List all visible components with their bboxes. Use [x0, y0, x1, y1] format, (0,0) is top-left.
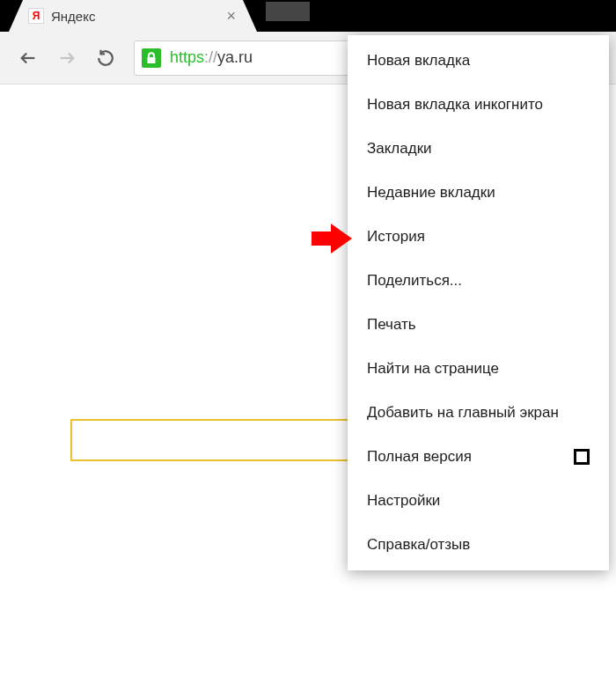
- menu-item-label: Закладки: [367, 140, 432, 158]
- menu-item-label: Новая вкладка: [367, 52, 470, 70]
- menu-item-label: Полная версия: [367, 448, 472, 466]
- menu-item-new-tab[interactable]: Новая вкладка: [348, 39, 609, 83]
- svg-rect-0: [148, 57, 156, 63]
- yandex-favicon: Я: [28, 8, 44, 24]
- menu-item-recent-tabs[interactable]: Недавние вкладки: [348, 171, 609, 215]
- menu-item-add-to-homescreen[interactable]: Добавить на главный экран: [348, 391, 609, 435]
- tab-title: Яндекс: [51, 9, 95, 24]
- url-sep: ://: [204, 48, 217, 66]
- menu-item-label: Поделиться...: [367, 272, 462, 290]
- menu-item-label: История: [367, 228, 425, 246]
- lock-icon: [142, 48, 161, 68]
- browser-tab[interactable]: Я Яндекс ×: [9, 0, 257, 32]
- annotation-arrow-icon: [312, 224, 352, 257]
- menu-item-desktop-site[interactable]: Полная версия: [348, 435, 609, 479]
- reload-button[interactable]: [86, 39, 125, 77]
- menu-item-share[interactable]: Поделиться...: [348, 259, 609, 303]
- url-scheme: https: [170, 48, 204, 66]
- menu-item-label: Недавние вкладки: [367, 184, 495, 202]
- menu-item-bookmarks[interactable]: Закладки: [348, 127, 609, 171]
- menu-item-settings[interactable]: Настройки: [348, 479, 609, 523]
- menu-item-print[interactable]: Печать: [348, 303, 609, 347]
- svg-marker-1: [312, 224, 352, 254]
- menu-item-label: Печать: [367, 316, 416, 334]
- desktop-site-checkbox[interactable]: [574, 449, 590, 465]
- menu-item-help-feedback[interactable]: Справка/отзыв: [348, 523, 609, 567]
- menu-item-history[interactable]: История: [348, 215, 609, 259]
- menu-item-label: Справка/отзыв: [367, 536, 470, 554]
- menu-item-label: Новая вкладка инкогнито: [367, 96, 543, 114]
- url-host: ya.ru: [217, 48, 253, 66]
- menu-item-find-in-page[interactable]: Найти на странице: [348, 347, 609, 391]
- menu-item-label: Найти на странице: [367, 360, 499, 378]
- app-switcher-chip: [266, 2, 310, 21]
- menu-item-label: Добавить на главный экран: [367, 404, 559, 422]
- back-button[interactable]: [9, 39, 48, 77]
- close-tab-icon[interactable]: ×: [226, 8, 236, 24]
- menu-item-label: Настройки: [367, 492, 440, 510]
- forward-button: [48, 39, 86, 77]
- url-text: https://ya.ru: [170, 48, 253, 67]
- browser-menu: Новая вкладка Новая вкладка инкогнито За…: [348, 35, 609, 570]
- menu-item-new-incognito-tab[interactable]: Новая вкладка инкогнито: [348, 83, 609, 127]
